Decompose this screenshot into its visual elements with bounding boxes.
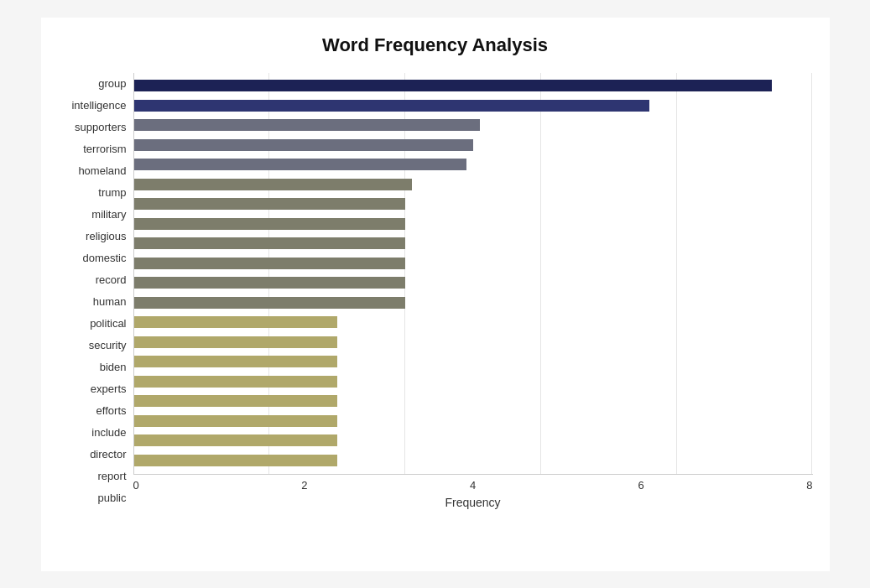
y-label: religious bbox=[86, 231, 126, 242]
y-label: supporters bbox=[75, 122, 126, 133]
bar-row bbox=[134, 214, 813, 234]
y-label: military bbox=[91, 209, 126, 220]
bar bbox=[134, 198, 406, 210]
y-label: trump bbox=[98, 187, 126, 198]
bar bbox=[134, 434, 338, 446]
bar-row bbox=[134, 431, 813, 451]
x-tick: 8 bbox=[806, 479, 812, 492]
x-axis-label: Frequency bbox=[133, 496, 813, 509]
bars-area bbox=[133, 73, 813, 475]
bar-row bbox=[134, 135, 813, 155]
y-label: director bbox=[90, 449, 126, 460]
bar bbox=[134, 455, 338, 466]
bar bbox=[134, 119, 481, 131]
bar bbox=[134, 395, 338, 407]
x-tick: 6 bbox=[638, 479, 644, 492]
bar-row bbox=[134, 392, 813, 412]
y-label: experts bbox=[91, 383, 127, 394]
bar bbox=[134, 297, 406, 309]
bar-row bbox=[134, 372, 813, 392]
bar bbox=[134, 415, 338, 427]
bar-row bbox=[134, 450, 813, 471]
bar bbox=[134, 277, 406, 289]
x-axis: 02468 bbox=[133, 475, 813, 492]
y-label: homeland bbox=[78, 165, 126, 176]
bar bbox=[134, 336, 338, 348]
y-label: record bbox=[96, 274, 127, 285]
y-label: include bbox=[91, 427, 126, 438]
y-label: intelligence bbox=[71, 100, 126, 111]
bar-row bbox=[134, 116, 813, 136]
chart-title: Word Frequency Analysis bbox=[58, 34, 813, 56]
bars-and-xaxis: 02468 Frequency bbox=[133, 73, 813, 509]
bar bbox=[134, 80, 772, 91]
bar-row bbox=[134, 273, 813, 294]
bar-row bbox=[134, 155, 813, 175]
bar bbox=[134, 179, 413, 190]
bar-row bbox=[134, 332, 813, 352]
y-label: domestic bbox=[82, 252, 126, 263]
x-tick: 2 bbox=[301, 479, 307, 492]
bar-row bbox=[134, 293, 813, 313]
y-label: political bbox=[90, 318, 126, 329]
bar bbox=[134, 258, 406, 269]
bar bbox=[134, 139, 474, 151]
bar-row bbox=[134, 76, 813, 96]
chart-container: Word Frequency Analysis groupintelligenc… bbox=[41, 18, 830, 571]
bar bbox=[134, 356, 338, 367]
bar bbox=[134, 316, 338, 328]
y-axis: groupintelligencesupportersterrorismhome… bbox=[58, 73, 133, 509]
y-label: terrorism bbox=[83, 143, 126, 154]
y-label: biden bbox=[100, 362, 127, 372]
x-tick: 4 bbox=[470, 479, 476, 492]
bar bbox=[134, 100, 650, 112]
bar-row bbox=[134, 234, 813, 254]
chart-area: groupintelligencesupportersterrorismhome… bbox=[58, 73, 813, 509]
bar bbox=[134, 218, 406, 230]
y-label: public bbox=[98, 492, 127, 503]
bar-row bbox=[134, 352, 813, 372]
bar-row bbox=[134, 195, 813, 215]
bar bbox=[134, 159, 466, 170]
y-label: group bbox=[98, 78, 126, 89]
bar-row bbox=[134, 253, 813, 273]
y-label: human bbox=[93, 296, 127, 307]
bar-row bbox=[134, 313, 813, 333]
bar-row bbox=[134, 174, 813, 195]
y-label: efforts bbox=[96, 405, 127, 416]
bar bbox=[134, 237, 406, 249]
bars-inner bbox=[134, 73, 813, 474]
y-label: report bbox=[98, 471, 127, 481]
x-tick: 0 bbox=[133, 479, 139, 492]
bar-row bbox=[134, 411, 813, 431]
bar-row bbox=[134, 96, 813, 116]
y-label: security bbox=[89, 340, 127, 351]
bar bbox=[134, 376, 338, 388]
